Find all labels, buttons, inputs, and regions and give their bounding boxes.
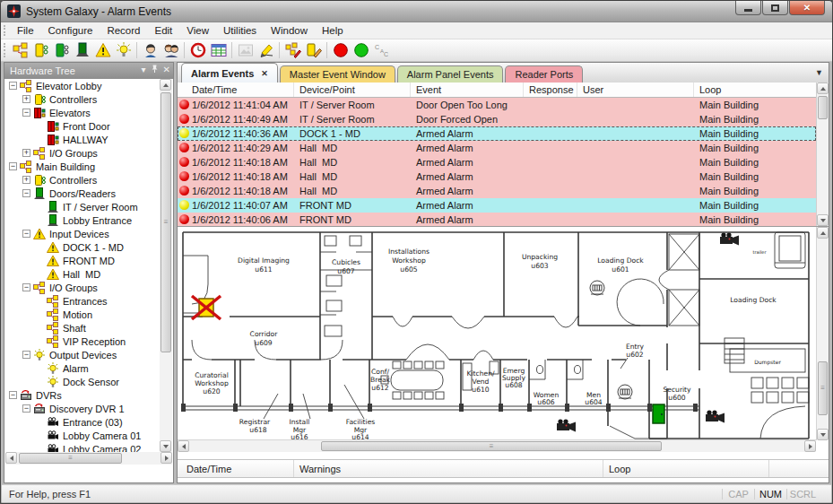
menu-item-window[interactable]: Window <box>264 23 315 38</box>
menu-item-file[interactable]: File <box>10 23 41 38</box>
tree-item-alarm[interactable]: Alarm <box>5 361 160 375</box>
tree-item-hallway[interactable]: HALLWAY <box>5 133 160 146</box>
tree-expander-minus-icon[interactable]: − <box>9 391 17 399</box>
input-devices-icon[interactable] <box>92 41 113 60</box>
motion-sensor-icon[interactable] <box>618 385 632 399</box>
alarmed-door-icon[interactable] <box>192 296 221 319</box>
floorplan-horizontal-scrollbar[interactable]: ≡ <box>178 439 816 452</box>
minimize-button[interactable] <box>735 1 761 15</box>
output-devices-icon[interactable] <box>113 41 134 60</box>
tree-expander-plus-icon[interactable]: + <box>22 95 30 103</box>
cctv-camera-icon-3[interactable] <box>706 410 725 422</box>
time-schedules-icon[interactable] <box>187 41 208 60</box>
tab-close-icon[interactable]: ✕ <box>261 69 268 78</box>
loop-config-icon[interactable] <box>10 41 30 60</box>
scroll-down-arrow[interactable] <box>817 429 829 440</box>
table-vertical-scrollbar[interactable] <box>816 83 829 226</box>
scroll-right-arrow[interactable] <box>804 440 816 452</box>
titlebar[interactable]: System Galaxy - Alarm Events ✕ <box>1 1 832 22</box>
tree-item-shaft[interactable]: Shaft <box>5 321 160 335</box>
column-header-loop[interactable]: Loop <box>694 83 816 97</box>
tab-reader-ports[interactable]: Reader Ports <box>505 65 583 83</box>
menu-item-view[interactable]: View <box>179 23 216 38</box>
smoke-detector-icon[interactable] <box>590 281 604 295</box>
tree-expander-minus-icon[interactable]: − <box>22 230 30 238</box>
scroll-left-arrow[interactable] <box>178 440 189 452</box>
panel-pin-icon[interactable] <box>151 65 159 75</box>
tree-item-lobby-entrance[interactable]: Lobby Entrance <box>5 213 160 227</box>
scroll-left-arrow[interactable] <box>5 452 17 464</box>
tree-item-entrance-03[interactable]: Entrance (03) <box>5 415 160 429</box>
tree-expander-plus-icon[interactable]: + <box>22 149 30 157</box>
tree-item-entrances[interactable]: Entrances <box>5 294 160 308</box>
menu-item-configure[interactable]: Configure <box>41 23 100 38</box>
signature-icon[interactable] <box>256 41 276 60</box>
warnings-column-warnings[interactable]: Warnings <box>294 460 603 477</box>
scroll-down-arrow[interactable] <box>160 440 171 452</box>
tree-item-doors-readers[interactable]: −Doors/Readers <box>5 187 160 200</box>
tree-item-output-devices[interactable]: −Output Devices <box>5 348 160 361</box>
image-viewer-disabled-icon[interactable] <box>235 41 256 60</box>
tree-item-i-o-groups[interactable]: +I/O Groups <box>5 146 160 160</box>
column-header-device-point[interactable]: Device/Point <box>294 83 411 97</box>
event-grid-icon[interactable] <box>208 41 229 60</box>
cac-reader-icon[interactable]: CAC <box>371 41 392 60</box>
maximize-button[interactable] <box>762 1 788 15</box>
scroll-up-arrow[interactable] <box>160 79 171 91</box>
floorplan-hscroll-thumb[interactable]: ≡ <box>321 441 662 451</box>
tree-expander-minus-icon[interactable]: − <box>9 162 17 170</box>
menu-item-utilities[interactable]: Utilities <box>216 23 264 38</box>
table-scroll-thumb[interactable] <box>818 96 828 119</box>
reader-green-icon[interactable] <box>51 41 72 60</box>
event-row-9[interactable]: 1/6/2012 11:40:06 AMFRONT MDArmed AlarmM… <box>178 213 816 226</box>
scroll-right-arrow[interactable] <box>161 452 172 464</box>
tree-vertical-scrollbar[interactable]: ≡ <box>160 79 172 452</box>
tree-item-main-building[interactable]: −Main Building <box>5 160 160 173</box>
event-row-8[interactable]: 1/6/2012 11:40:07 AMFRONT MDArmed AlarmM… <box>178 198 816 213</box>
door-config-icon[interactable] <box>72 41 92 60</box>
warnings-column-loop[interactable]: Loop <box>603 460 769 477</box>
tab-master-event-window[interactable]: Master Event Window <box>280 65 395 83</box>
tree-expander-minus-icon[interactable]: − <box>22 351 30 359</box>
event-row-7[interactable]: 1/6/2012 11:40:18 AMHall MDArmed AlarmMa… <box>178 184 816 198</box>
column-header-date-time[interactable]: Date/Time <box>178 83 294 97</box>
tree-item-vip-reception[interactable]: VIP Reception <box>5 335 160 348</box>
tree-expander-minus-icon[interactable]: − <box>22 404 30 413</box>
tree-item-front-door[interactable]: Front Door <box>5 119 160 133</box>
tab-alarm-events[interactable]: Alarm Events✕ <box>181 63 278 83</box>
floorplan-map[interactable]: Digital Imagingu611Cubiclesu607Installat… <box>178 227 820 440</box>
floorplan-vscroll-thumb[interactable]: ≡ <box>818 361 828 415</box>
start-events-icon[interactable] <box>351 41 371 60</box>
stop-events-icon[interactable] <box>330 41 351 60</box>
panel-close-icon[interactable]: ✕ <box>163 65 170 75</box>
scroll-up-arrow[interactable] <box>817 227 829 239</box>
cctv-camera-icon-1[interactable] <box>720 232 739 245</box>
tree-item-hall-md[interactable]: Hall MD <box>5 267 160 281</box>
panel-menu-chevron-icon[interactable]: ▾ <box>142 65 146 75</box>
event-row-1[interactable]: 1/6/2012 11:41:04 AMIT / Server RoomDoor… <box>178 98 816 112</box>
cardholders-icon[interactable] <box>161 41 181 60</box>
tree-item-dock-1-md[interactable]: DOCK 1 - MD <box>5 240 160 254</box>
event-row-6[interactable]: 1/6/2012 11:40:18 AMHall MDArmed AlarmMa… <box>178 169 816 184</box>
tree-item-it-server-room[interactable]: IT / Server Room <box>5 200 160 213</box>
tree-scroll-thumb[interactable]: ≡ <box>161 92 171 352</box>
tree-item-motion[interactable]: Motion <box>5 308 160 321</box>
tree-item-lobby-camera-01[interactable]: Lobby Camera 01 <box>5 429 160 442</box>
menu-item-edit[interactable]: Edit <box>147 23 179 38</box>
tree-item-dock-sensor[interactable]: Dock Sensor <box>5 375 160 388</box>
column-header-event[interactable]: Event <box>411 83 524 97</box>
cctv-camera-icon-2[interactable] <box>557 419 576 431</box>
event-row-4[interactable]: 1/6/2012 11:40:29 AMHall MDArmed AlarmMa… <box>178 141 816 155</box>
event-row-2[interactable]: 1/6/2012 11:40:49 AMIT / Server RoomDoor… <box>178 112 816 126</box>
column-header-user[interactable]: User <box>577 83 694 97</box>
tree-item-front-md[interactable]: FRONT MD <box>5 254 160 267</box>
warnings-column-date-time[interactable]: Date/Time <box>178 460 294 477</box>
event-row-3[interactable]: 1/6/2012 11:40:36 AMDOCK 1 - MDArmed Ala… <box>178 126 816 141</box>
scroll-up-arrow[interactable] <box>817 83 829 94</box>
reader-yellow-icon[interactable] <box>30 41 51 60</box>
hardware-tree-header[interactable]: Hardware Tree ▾ ✕ <box>4 63 173 79</box>
tab-alarm-panel-events[interactable]: Alarm Panel Events <box>397 65 504 83</box>
tree-expander-minus-icon[interactable]: − <box>22 189 30 197</box>
tree-item-dvrs[interactable]: −DVRs <box>5 388 160 402</box>
tab-list-dropdown-icon[interactable]: ▼ <box>815 68 823 77</box>
